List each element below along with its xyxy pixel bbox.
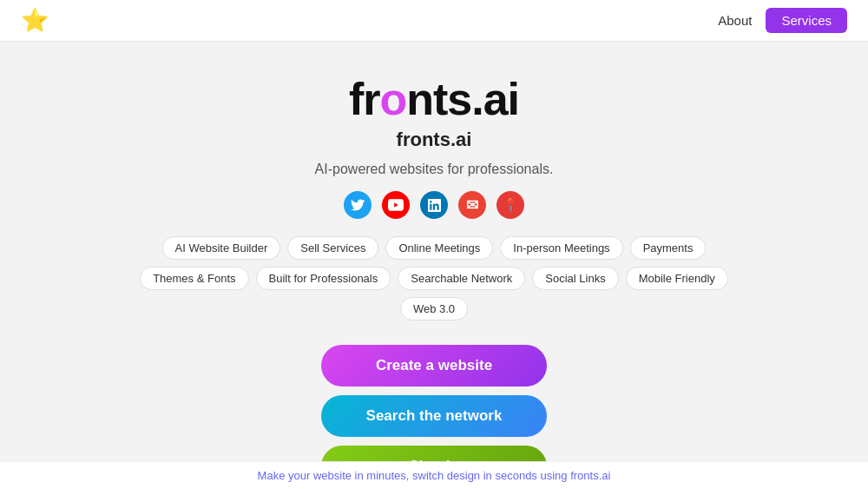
- nav-links: About Services: [718, 8, 847, 33]
- logo-icon[interactable]: ⭐: [21, 7, 49, 34]
- about-link[interactable]: About: [718, 13, 752, 28]
- brand-prefix: fr: [349, 74, 380, 124]
- tag-online-meetings[interactable]: Online Meetings: [385, 236, 493, 260]
- tag-sell-services[interactable]: Sell Services: [287, 236, 378, 260]
- location-icon[interactable]: 📍: [496, 191, 524, 219]
- services-button[interactable]: Services: [766, 8, 847, 33]
- tag-searchable-network[interactable]: Searchable Network: [398, 267, 525, 290]
- brand-title: fronts.ai: [349, 76, 519, 122]
- main-content: fronts.ai fronts.ai AI-powered websites …: [0, 42, 868, 489]
- tag-themes-fonts[interactable]: Themes & Fonts: [140, 267, 248, 290]
- tag-ai-website[interactable]: AI Website Builder: [162, 236, 281, 260]
- youtube-icon[interactable]: [382, 191, 410, 219]
- tag-inperson-meetings[interactable]: In-person Meetings: [500, 236, 622, 260]
- tag-social-links[interactable]: Social Links: [532, 267, 618, 290]
- email-icon[interactable]: ✉: [458, 191, 486, 219]
- brand-o: o: [379, 74, 406, 124]
- tag-mobile-friendly[interactable]: Mobile Friendly: [626, 267, 728, 290]
- tag-web3[interactable]: Web 3.0: [400, 297, 468, 320]
- search-network-button[interactable]: Search the network: [321, 395, 547, 437]
- linkedin-icon[interactable]: [420, 191, 448, 219]
- navbar: ⭐ About Services: [0, 0, 868, 42]
- tagline: AI-powered websites for professionals.: [315, 162, 554, 177]
- tag-professionals[interactable]: Built for Professionals: [256, 267, 391, 290]
- tag-payments[interactable]: Payments: [630, 236, 707, 260]
- brand-subtitle: fronts.ai: [397, 129, 472, 151]
- brand-suffix: nts.ai: [406, 74, 519, 124]
- footer-link[interactable]: Make your website in minutes, switch des…: [258, 469, 611, 482]
- tags-container: AI Website Builder Sell Services Online …: [130, 236, 738, 320]
- twitter-icon[interactable]: [344, 191, 372, 219]
- create-website-button[interactable]: Create a website: [321, 345, 547, 387]
- social-icons: ✉ 📍: [344, 191, 524, 219]
- footer-banner: Make your website in minutes, switch des…: [0, 461, 868, 489]
